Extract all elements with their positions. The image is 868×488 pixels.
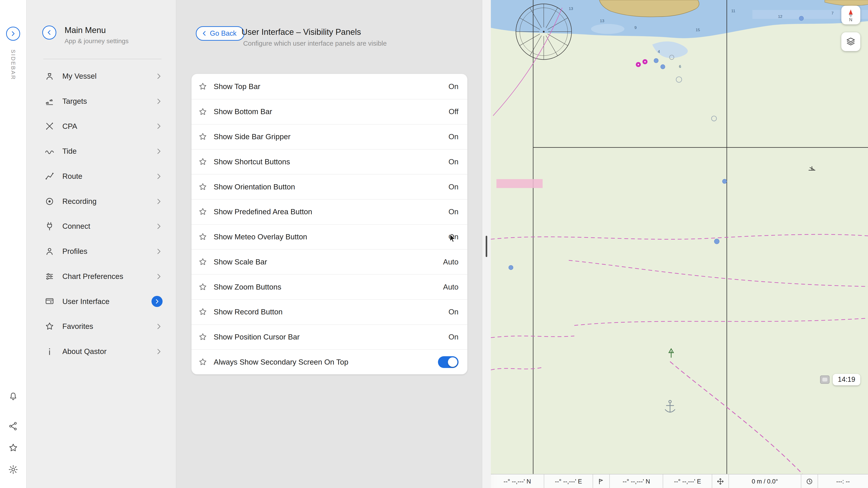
menu-item-recording[interactable]: Recording	[37, 189, 167, 214]
chevron-right-icon	[155, 122, 162, 130]
menu-item-favorites[interactable]: Favorites	[37, 314, 167, 339]
position-status-bar: --° --,---' N --° --,---' E --° --,---' …	[491, 474, 868, 488]
menu-item-about-qastor[interactable]: About Qastor	[37, 339, 167, 364]
favorite-star-icon[interactable]	[198, 207, 208, 217]
setting-value[interactable]: On	[448, 183, 459, 191]
menu-title: Main Menu	[64, 26, 128, 35]
setting-row-show-predefined-area-button[interactable]: Show Predefined Area Button On	[191, 199, 468, 224]
setting-label: Show Orientation Button	[214, 183, 448, 191]
layers-button[interactable]	[841, 32, 860, 51]
setting-row-show-meteo-overlay-button[interactable]: Show Meteo Overlay Button On	[191, 224, 468, 249]
sidebar-rail: SIDEBAR	[0, 0, 27, 488]
toggle-knob	[448, 357, 457, 367]
setting-row-show-top-bar[interactable]: Show Top Bar On	[191, 74, 468, 99]
svg-text:6: 6	[679, 64, 681, 69]
menu-item-tide[interactable]: Tide	[37, 139, 167, 164]
favorite-star-icon[interactable]	[198, 132, 208, 141]
move-arrows-icon	[712, 475, 729, 488]
chart-area[interactable]: 13 13 9 4 6 11 12 7 15 N	[491, 0, 868, 488]
sidebar-expand-button[interactable]	[6, 27, 20, 41]
menu-list: My Vessel Targets CPA Tide Route	[27, 62, 176, 364]
favorites-star-icon[interactable]	[7, 442, 19, 453]
share-connections-icon[interactable]	[7, 421, 19, 432]
sidebar-gripper-zone	[482, 0, 491, 488]
setting-value[interactable]: On	[448, 158, 459, 166]
favorite-star-icon[interactable]	[198, 357, 208, 367]
menu-item-label: About Qastor	[62, 347, 147, 356]
favorite-star-icon[interactable]	[198, 157, 208, 167]
menu-item-my-vessel[interactable]: My Vessel	[37, 64, 167, 89]
setting-label: Show Shortcut Buttons	[214, 158, 448, 166]
favorite-star-icon[interactable]	[198, 107, 208, 117]
secondary-screen-toggle[interactable]	[438, 356, 459, 368]
menu-item-profiles[interactable]: Profiles	[37, 239, 167, 264]
menu-item-targets[interactable]: Targets	[37, 89, 167, 114]
setting-label: Show Zoom Buttons	[214, 283, 443, 291]
menu-item-chart-preferences[interactable]: Chart Preferences	[37, 264, 167, 289]
chevron-right-icon	[155, 248, 162, 255]
qastor-app: SIDEBAR	[0, 0, 868, 488]
map-clock-group: 14:19	[820, 374, 860, 385]
menu-back-button[interactable]	[42, 26, 56, 39]
sidebar-gripper[interactable]	[486, 236, 487, 257]
clock-icon	[801, 475, 818, 488]
page-subtitle: Configure which user interface panels ar…	[243, 39, 386, 47]
setting-row-show-side-bar-gripper[interactable]: Show Side Bar Gripper On	[191, 124, 468, 149]
favorite-star-icon[interactable]	[198, 232, 208, 241]
settings-header: Go Back User Interface – Visibility Pane…	[176, 0, 482, 74]
setting-row-show-bottom-bar[interactable]: Show Bottom Bar Off	[191, 99, 468, 124]
setting-label: Show Record Button	[214, 307, 448, 316]
chevron-right-icon	[155, 97, 162, 105]
main-menu-header: Main Menu App & journey settings	[27, 0, 176, 45]
layers-icon	[845, 36, 856, 47]
svg-text:11: 11	[731, 9, 735, 13]
setting-row-show-record-button[interactable]: Show Record Button On	[191, 299, 468, 324]
favorite-star-icon[interactable]	[198, 257, 208, 267]
setting-row-always-show-secondary-screen[interactable]: Always Show Secondary Screen On Top	[191, 349, 468, 374]
setting-value[interactable]: On	[448, 132, 459, 141]
setting-row-show-zoom-buttons[interactable]: Show Zoom Buttons Auto	[191, 274, 468, 299]
setting-value[interactable]: Off	[448, 107, 459, 116]
menu-item-user-interface[interactable]: User Interface	[37, 289, 167, 314]
north-orientation-button[interactable]: N	[841, 6, 860, 25]
setting-value[interactable]: On	[448, 233, 459, 241]
setting-row-show-orientation-button[interactable]: Show Orientation Button On	[191, 174, 468, 199]
menu-item-label: Tide	[62, 147, 147, 156]
nautical-chart: 13 13 9 4 6 11 12 7 15	[491, 0, 868, 474]
menu-subtitle: App & journey settings	[64, 37, 128, 45]
favorite-star-icon[interactable]	[198, 182, 208, 192]
setting-row-show-scale-bar[interactable]: Show Scale Bar Auto	[191, 249, 468, 274]
setting-row-show-shortcut-buttons[interactable]: Show Shortcut Buttons On	[191, 149, 468, 174]
menu-item-label: User Interface	[62, 297, 144, 306]
chevron-right-icon	[155, 148, 162, 155]
notifications-bell-icon[interactable]	[7, 391, 19, 402]
setting-value[interactable]: Auto	[443, 258, 458, 266]
connect-plug-icon	[44, 221, 55, 231]
favorite-star-icon[interactable]	[198, 282, 208, 292]
settings-panel: Go Back User Interface – Visibility Pane…	[176, 0, 482, 488]
favorite-star-icon[interactable]	[198, 307, 208, 317]
go-back-button[interactable]: Go Back	[196, 26, 244, 41]
recording-icon	[44, 196, 55, 206]
sliders-icon	[44, 271, 55, 282]
settings-gear-icon[interactable]	[7, 464, 19, 475]
setting-value[interactable]: On	[448, 333, 459, 341]
star-icon	[44, 321, 55, 331]
menu-item-label: CPA	[62, 122, 147, 131]
setting-value[interactable]: Auto	[443, 283, 458, 291]
map-clock-badge[interactable]: 14:19	[833, 374, 860, 385]
svg-text:13: 13	[569, 6, 573, 11]
menu-item-label: Favorites	[62, 322, 147, 331]
setting-value[interactable]: On	[448, 207, 459, 216]
menu-item-label: Targets	[62, 97, 147, 105]
favorite-star-icon[interactable]	[198, 82, 208, 91]
menu-item-label: Chart Preferences	[62, 272, 147, 281]
setting-value[interactable]: On	[448, 82, 459, 91]
setting-row-show-position-cursor-bar[interactable]: Show Position Cursor Bar On	[191, 324, 468, 350]
menu-item-route[interactable]: Route	[37, 164, 167, 189]
favorite-star-icon[interactable]	[198, 332, 208, 342]
svg-text:12: 12	[778, 14, 782, 19]
menu-item-connect[interactable]: Connect	[37, 214, 167, 239]
menu-item-cpa[interactable]: CPA	[37, 114, 167, 139]
setting-value[interactable]: On	[448, 307, 459, 316]
